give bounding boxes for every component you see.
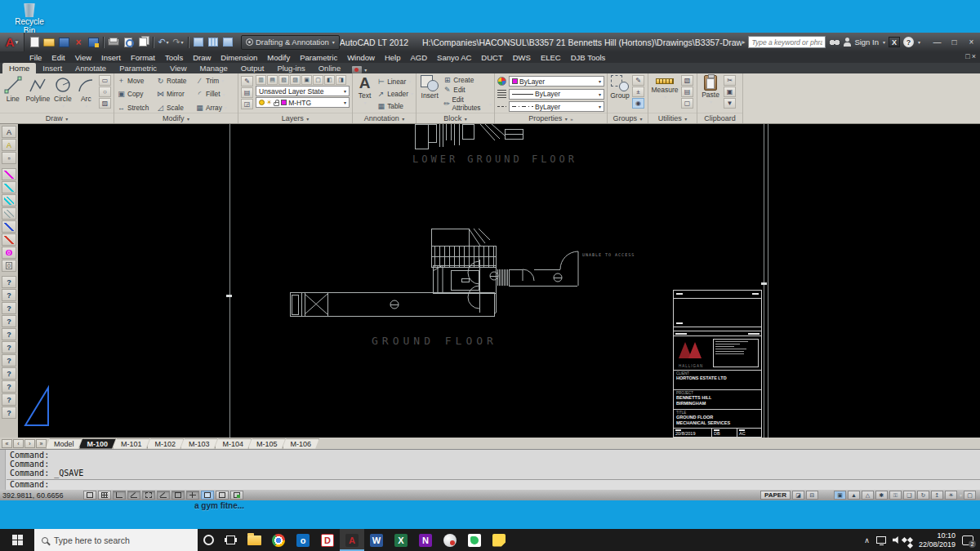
- clean-screen-icon[interactable]: ▢: [964, 491, 976, 500]
- annotation-scale-icon[interactable]: ▲: [848, 491, 860, 500]
- menu-file[interactable]: File: [24, 53, 47, 62]
- command-line-window[interactable]: Command:Command:Command: _QSAVE Command:: [0, 449, 980, 490]
- menu-duct[interactable]: DUCT: [476, 53, 507, 62]
- menu-draw[interactable]: Draw: [188, 53, 216, 62]
- close-drawing-icon[interactable]: ×: [72, 37, 85, 48]
- ortho-toggle[interactable]: [113, 491, 126, 500]
- viewport-maximize-icon[interactable]: ▣: [834, 491, 846, 500]
- group-edit-icon[interactable]: ±: [632, 87, 644, 97]
- exchange-apps-icon[interactable]: X: [889, 37, 900, 47]
- sync-icon[interactable]: ↻: [917, 491, 929, 500]
- menu-dws[interactable]: DWS: [508, 53, 536, 62]
- quick-view-drawings-icon[interactable]: ⊟: [806, 491, 818, 500]
- unknown-tool-icon[interactable]: ?: [2, 354, 16, 367]
- mirror-tool[interactable]: ⋈Mirror: [156, 90, 195, 99]
- unknown-tool-icon[interactable]: ?: [2, 315, 16, 327]
- unknown-tool-icon[interactable]: ?: [2, 393, 16, 406]
- ribbon-display-toggle[interactable]: ▾: [352, 66, 367, 73]
- dyn-ucs-toggle[interactable]: [172, 491, 185, 500]
- command-line-grip[interactable]: [0, 450, 6, 490]
- layer-properties-icon[interactable]: ✎: [241, 76, 253, 87]
- open-icon[interactable]: [42, 37, 56, 48]
- markup-icon[interactable]: [221, 37, 234, 48]
- copy-clip-icon[interactable]: ▣: [724, 87, 736, 97]
- paste-tool[interactable]: Paste▾: [700, 75, 721, 113]
- gray-hatch-tool-icon[interactable]: [2, 207, 16, 220]
- layer-freeze-icon[interactable]: ▤: [267, 75, 278, 85]
- panel-label-block[interactable]: Block ▾: [416, 113, 494, 123]
- redo-icon[interactable]: ↷▾: [172, 37, 185, 48]
- unknown-tool-icon[interactable]: ?: [2, 380, 16, 393]
- unknown-tool-icon[interactable]: ?: [2, 341, 16, 353]
- unknown-tool-icon[interactable]: ?: [2, 276, 16, 288]
- ellipse-tool-icon[interactable]: ○: [99, 87, 111, 97]
- object-color-dropdown[interactable]: ByLayer▾: [509, 76, 604, 87]
- layer-on-icon[interactable]: ▨: [290, 75, 301, 85]
- cut-icon[interactable]: ✂: [724, 75, 736, 86]
- menu-format[interactable]: Format: [126, 53, 160, 62]
- taskbar-app-evernote[interactable]: [462, 529, 487, 551]
- viewport-grip[interactable]: [226, 295, 232, 297]
- ribbon-tab-insert[interactable]: Insert: [36, 63, 69, 73]
- menu-elec[interactable]: ELEC: [536, 53, 566, 62]
- menu-sanyo-ac[interactable]: Sanyo AC: [432, 53, 476, 62]
- menu-dimension[interactable]: Dimension: [216, 53, 262, 62]
- panel-label-clipboard[interactable]: Clipboard: [697, 113, 742, 123]
- workspace-gear-icon[interactable]: ✱: [875, 491, 888, 500]
- viewport-border-left[interactable]: [229, 124, 230, 438]
- sheet-set-icon[interactable]: [207, 37, 220, 48]
- sign-in-button[interactable]: Sign In: [854, 38, 879, 47]
- layout-tab-m-101[interactable]: M-101: [113, 438, 150, 449]
- ribbon-tab-plug-ins[interactable]: Plug-ins: [270, 63, 311, 73]
- quick-properties-toggle[interactable]: [230, 491, 243, 500]
- next-tab-button[interactable]: ›: [24, 439, 35, 448]
- layout-tab-m-105[interactable]: M-105: [248, 438, 286, 449]
- linear-dimension-tool[interactable]: ⊢Linear▾: [376, 77, 413, 86]
- close-icon[interactable]: ×: [972, 52, 976, 60]
- lineweight-toggle[interactable]: [201, 491, 214, 500]
- menu-modify[interactable]: Modify: [262, 53, 295, 62]
- create-block-tool[interactable]: ⊞Create: [443, 76, 492, 85]
- paste-special-icon[interactable]: ▼: [724, 98, 736, 109]
- chevron-down-icon[interactable]: ▾: [883, 39, 885, 45]
- search-icon[interactable]: [829, 38, 840, 46]
- polar-toggle[interactable]: [127, 491, 140, 500]
- prev-tab-button[interactable]: ‹: [13, 439, 24, 448]
- upload-icon[interactable]: ↥: [931, 491, 943, 500]
- blue-layer-tool-icon[interactable]: [2, 220, 16, 233]
- measure-tool[interactable]: Measure▾: [651, 75, 679, 113]
- cortana-button[interactable]: [198, 529, 220, 551]
- undo-icon[interactable]: ↶▾: [157, 37, 170, 48]
- save-icon[interactable]: [57, 37, 70, 48]
- quick-calc-icon[interactable]: ▤: [681, 87, 693, 97]
- toolbar-lock-icon[interactable]: ⚿: [889, 491, 902, 500]
- move-tool[interactable]: +Move: [117, 76, 156, 85]
- maximize-button[interactable]: □: [946, 35, 963, 49]
- red-layer-tool-icon[interactable]: [2, 233, 16, 246]
- plot-icon[interactable]: [107, 37, 120, 48]
- id-point-icon[interactable]: ▢: [681, 98, 693, 109]
- taskbar-clock[interactable]: 10:10 22/08/2019: [919, 531, 956, 549]
- menu-help[interactable]: Help: [380, 53, 406, 62]
- help-search-input[interactable]: [748, 36, 826, 48]
- collapse-arrow-icon[interactable]: ▸: [742, 38, 745, 46]
- ribbon-tab-manage[interactable]: Manage: [194, 63, 234, 73]
- insert-block-tool[interactable]: Insert: [419, 75, 440, 113]
- command-prompt[interactable]: Command:: [7, 479, 980, 490]
- edit-block-tool[interactable]: ✎Edit: [443, 86, 492, 95]
- new-icon[interactable]: [28, 37, 41, 48]
- ribbon-tab-home[interactable]: Home: [2, 63, 36, 73]
- ribbon-tab-annotate[interactable]: Annotate: [69, 63, 113, 73]
- workspace-switcher[interactable]: Drafting & Annotation ▾: [241, 35, 340, 50]
- minimize-button[interactable]: —: [929, 35, 946, 49]
- menu-insert[interactable]: Insert: [96, 53, 126, 62]
- layer-dropdown[interactable]: ☀ M-HTG ▾: [256, 97, 350, 108]
- taskbar-app-excel[interactable]: X: [389, 529, 413, 551]
- panel-label-groups[interactable]: Groups ▾: [608, 113, 648, 123]
- magenta-layer-tool-icon[interactable]: [2, 168, 16, 180]
- layer-off-icon[interactable]: ▧: [278, 75, 289, 85]
- text-tool[interactable]: A Text▾: [355, 75, 374, 113]
- layer-prev-icon[interactable]: ◲: [241, 99, 253, 109]
- cyan-layer-tool-icon[interactable]: [2, 181, 16, 193]
- taskbar-app-word[interactable]: W: [364, 529, 389, 551]
